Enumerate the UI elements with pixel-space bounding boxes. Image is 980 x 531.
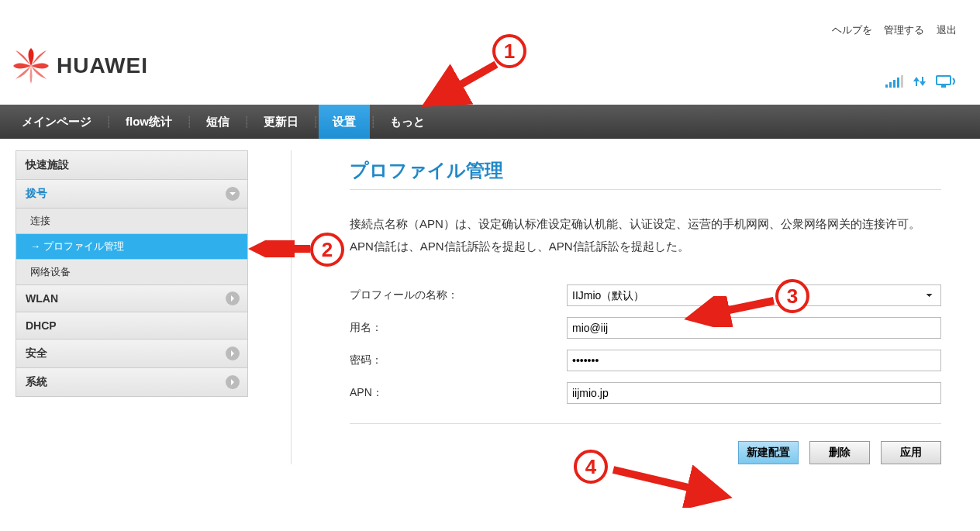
apn-label: APN： bbox=[350, 386, 567, 400]
sidebar-sub-profile-mgmt[interactable]: プロファイル管理 bbox=[16, 234, 248, 260]
svg-rect-2 bbox=[893, 80, 895, 88]
sidebar-item-dhcp[interactable]: DHCP bbox=[16, 312, 248, 340]
brand-text: HUAWEI bbox=[57, 53, 148, 78]
svg-rect-1 bbox=[889, 82, 892, 88]
password-input[interactable] bbox=[567, 350, 941, 371]
apn-input[interactable] bbox=[567, 382, 941, 404]
help-link[interactable]: ヘルプを bbox=[832, 24, 872, 36]
delete-button[interactable]: 删除 bbox=[809, 441, 870, 464]
svg-rect-0 bbox=[885, 84, 888, 88]
page-title: プロファイル管理 bbox=[350, 158, 941, 190]
sidebar-item-label: 快速施設 bbox=[26, 158, 69, 171]
sidebar-item-quicksetup[interactable]: 快速施設 bbox=[16, 150, 248, 180]
brand-logo: HUAWEI bbox=[12, 47, 148, 85]
sidebar-item-label: WLAN bbox=[26, 292, 58, 305]
sidebar-sub-connection[interactable]: 连接 bbox=[16, 209, 248, 234]
apply-button[interactable]: 应用 bbox=[881, 441, 941, 464]
sidebar-item-label: 安全 bbox=[26, 347, 47, 359]
chevron-right-icon bbox=[226, 291, 240, 305]
sidebar-item-security[interactable]: 安全 bbox=[16, 340, 248, 368]
nav-mainpage[interactable]: メインページ bbox=[8, 105, 105, 139]
profile-name-label: プロフィールの名称： bbox=[350, 288, 567, 302]
huawei-petals-icon bbox=[12, 47, 50, 85]
nav-update[interactable]: 更新日 bbox=[250, 105, 312, 139]
sidebar-item-label: DHCP bbox=[26, 319, 57, 332]
nav-flowstats[interactable]: flow统计 bbox=[112, 105, 186, 139]
chevron-down-icon bbox=[226, 187, 240, 201]
profile-name-select[interactable]: IIJmio（默认） bbox=[567, 284, 941, 306]
nav-more[interactable]: もっと bbox=[376, 105, 439, 139]
manage-link[interactable]: 管理する bbox=[884, 24, 924, 36]
svg-rect-3 bbox=[897, 78, 899, 88]
sidebar: 快速施設 拨号 连接 プロファイル管理 网络设备 WLAN DHCP 安全 系統 bbox=[16, 150, 248, 464]
sidebar-item-dialup[interactable]: 拨号 bbox=[16, 180, 248, 209]
new-config-button[interactable]: 新建配置 bbox=[738, 441, 799, 464]
sidebar-sub-network-device[interactable]: 网络设备 bbox=[16, 260, 248, 285]
sidebar-item-label: 拨号 bbox=[26, 187, 47, 199]
svg-rect-6 bbox=[937, 77, 950, 84]
page-description: 接続点名称（APN）は、设定确认标准设定确认机能、认证设定、运营的手机网网、公衆… bbox=[350, 213, 941, 257]
updown-arrows-icon bbox=[912, 74, 927, 89]
chevron-right-icon bbox=[226, 347, 240, 360]
username-label: 用名： bbox=[350, 321, 567, 335]
chevron-right-icon bbox=[226, 375, 240, 389]
svg-rect-7 bbox=[941, 85, 946, 88]
main-nav: メインページ┊ flow统计┊ 短信┊ 更新日┊ 设置┊ もっと bbox=[0, 105, 980, 139]
nav-settings[interactable]: 设置 bbox=[319, 105, 370, 139]
logout-link[interactable]: 退出 bbox=[937, 24, 957, 36]
sidebar-item-label: 系統 bbox=[26, 375, 47, 388]
nav-sms[interactable]: 短信 bbox=[192, 105, 243, 139]
monitor-icon bbox=[935, 74, 957, 89]
svg-rect-4 bbox=[901, 75, 903, 88]
sidebar-item-system[interactable]: 系統 bbox=[16, 368, 248, 397]
signal-icon bbox=[885, 74, 904, 89]
sidebar-item-wlan[interactable]: WLAN bbox=[16, 285, 248, 312]
password-label: 密码： bbox=[350, 353, 567, 367]
username-input[interactable] bbox=[567, 317, 941, 339]
